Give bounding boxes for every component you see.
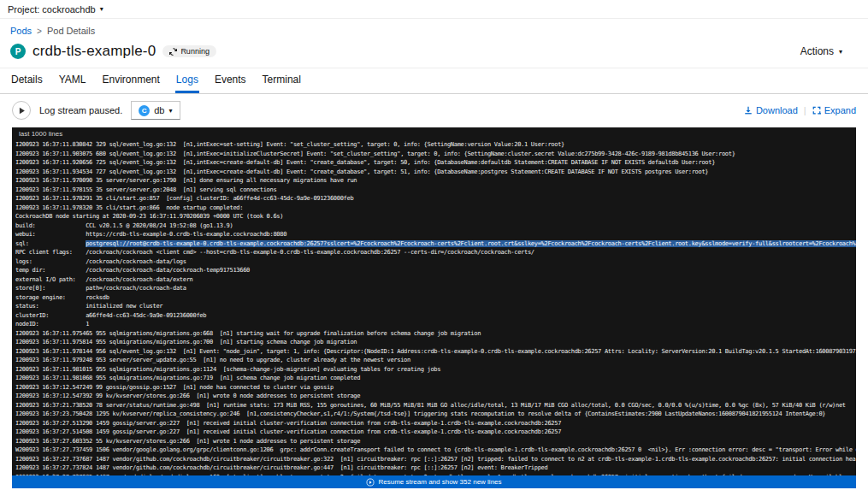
log-toolbar: Log stream paused. C db ▾ Download | Exp… (0, 94, 868, 127)
log-line: I200923 16:37:11.979248 953 server/serve… (15, 356, 853, 365)
resume-stream-button[interactable] (12, 101, 31, 120)
log-line: I200923 16:37:11.920656 725 sql/event_lo… (15, 158, 853, 168)
log-line: I200923 16:37:27.514508 1459 gossip/serv… (15, 428, 853, 437)
log-line: temp dir: /cockroach/cockroach-data/cock… (15, 266, 853, 275)
log-line: webui: https://crdb-tls-example-0.crdb-t… (15, 230, 853, 239)
log-line: I200923 16:37:11.981015 955 sqlmigration… (15, 365, 853, 375)
actions-label: Actions (800, 45, 834, 57)
log-window: last 1000 lines I200923 16:37:11.830842 … (12, 127, 856, 488)
log-line: RPC client flags: /cockroach/cockroach <… (15, 248, 853, 257)
expand-label: Expand (824, 105, 856, 115)
project-selector[interactable]: Project: cockroachdb ▾ (0, 0, 868, 19)
expand-link[interactable]: Expand (812, 105, 856, 115)
log-line: I200923 16:37:21.738520 78 server/status… (15, 401, 853, 410)
log-line: I200923 16:37:27.737824 1487 vendor/gith… (15, 464, 853, 473)
container-badge: C (139, 105, 150, 116)
tab-details[interactable]: Details (10, 68, 44, 93)
actions-dropdown[interactable]: Actions ▾ (800, 45, 858, 57)
resume-stream-banner[interactable]: Resume stream and show 352 new lines (12, 475, 856, 488)
log-line: I200923 16:37:11.830842 329 sql/event_lo… (15, 140, 853, 150)
log-line: storage engine: rocksdb (15, 293, 853, 303)
page-title: crdb-tls-example-0 (32, 43, 156, 60)
tab-events[interactable]: Events (214, 68, 247, 93)
download-link[interactable]: Download (744, 105, 798, 115)
log-line: CockroachDB node starting at 2020-09-23 … (15, 212, 853, 221)
log-line: sql: postgresql://root@crdb-tls-example-… (15, 239, 853, 249)
log-line: I200923 16:37:11.903075 680 sql/event_lo… (15, 150, 853, 159)
caret-down-icon: ▾ (168, 107, 172, 115)
play-icon (18, 107, 26, 115)
log-line: I200923 16:37:27.603352 55 kv/kvserver/s… (15, 437, 853, 446)
log-line: I200923 16:37:11.978144 956 sql/event_lo… (15, 347, 853, 357)
tab-environment[interactable]: Environment (101, 68, 160, 93)
breadcrumb-separator: > (37, 27, 42, 36)
log-line: store[0]: path=/cockroach/cockroach-data (15, 284, 853, 293)
log-line: I200923 16:37:11.970090 35 server/server… (15, 176, 853, 186)
breadcrumb: Pods > Pod Details (10, 26, 858, 36)
log-line-count-header: last 1000 lines (12, 127, 856, 139)
caret-down-icon: ▾ (839, 48, 842, 56)
status-badge: Running (162, 45, 216, 57)
log-line: I200923 16:37:11.934534 727 sql/event_lo… (15, 168, 853, 177)
log-line: I200923 16:37:27.513290 1459 gossip/serv… (15, 419, 853, 428)
log-body[interactable]: I200923 16:37:11.830842 329 sql/event_lo… (12, 139, 856, 475)
log-line: status: initialized new cluster (15, 302, 853, 311)
log-line: I200923 16:37:11.975814 955 sqlmigration… (15, 338, 853, 347)
tab-yaml[interactable]: YAML (58, 68, 87, 93)
log-line: I200923 16:37:11.978291 35 cli/start.go:… (15, 194, 853, 204)
expand-icon (812, 106, 821, 115)
log-line: I200923 16:37:11.975465 955 sqlmigration… (15, 329, 853, 339)
log-line: I200923 16:37:12.547392 99 kv/kvserver/s… (15, 392, 853, 401)
log-line: I200923 16:37:11.978320 35 cli/start.go:… (15, 204, 853, 213)
pod-resource-badge: P (10, 44, 26, 59)
log-line: I200923 16:37:27.737687 1487 vendor/gith… (15, 455, 853, 464)
stream-status-text: Log stream paused. (39, 105, 122, 115)
toolbar-separator: | (804, 105, 806, 115)
log-line: I200923 16:37:11.978155 35 server/server… (15, 186, 853, 195)
breadcrumb-pods-link[interactable]: Pods (10, 26, 32, 36)
log-line: logs: /cockroach/cockroach-data/logs (15, 257, 853, 267)
tab-terminal[interactable]: Terminal (262, 68, 302, 93)
breadcrumb-current: Pod Details (47, 26, 95, 36)
resume-play-icon (366, 478, 375, 487)
page-header: Pods > Pod Details P crdb-tls-example-0 … (0, 19, 868, 68)
download-icon (744, 106, 753, 115)
container-select[interactable]: C db ▾ (131, 101, 180, 120)
selected-log-text: postgresql://root@crdb-tls-example-0.crd… (86, 240, 856, 247)
log-line: I200923 16:37:12.547249 99 gossip/gossip… (15, 383, 853, 393)
download-label: Download (756, 105, 798, 115)
status-badge-label: Running (180, 47, 210, 56)
sync-icon (169, 48, 177, 56)
log-line: nodeID: 1 (15, 320, 853, 329)
tab-logs[interactable]: Logs (175, 68, 199, 93)
resume-banner-label: Resume stream and show 352 new lines (378, 478, 501, 486)
log-line: build: CCL v20.1.5 @ 2020/08/24 19:52:08… (15, 221, 853, 231)
log-line: W200923 16:37:27.737459 1506 vendor/goog… (15, 446, 853, 455)
log-line: clusterID: a66ffe4d-cc63-45dc-9a9e-09123… (15, 311, 853, 321)
caret-down-icon: ▾ (100, 5, 103, 13)
log-line: I200923 16:37:11.981068 955 sqlmigration… (15, 374, 853, 383)
log-line: external I/O path: /cockroach/cockroach-… (15, 275, 853, 285)
container-select-value: db (154, 105, 164, 115)
tab-bar: Details YAML Environment Logs Events Ter… (0, 68, 868, 94)
log-line: I200923 16:37:23.750428 1295 kv/kvserver… (15, 410, 853, 419)
project-selector-label: Project: cockroachdb (8, 4, 96, 15)
